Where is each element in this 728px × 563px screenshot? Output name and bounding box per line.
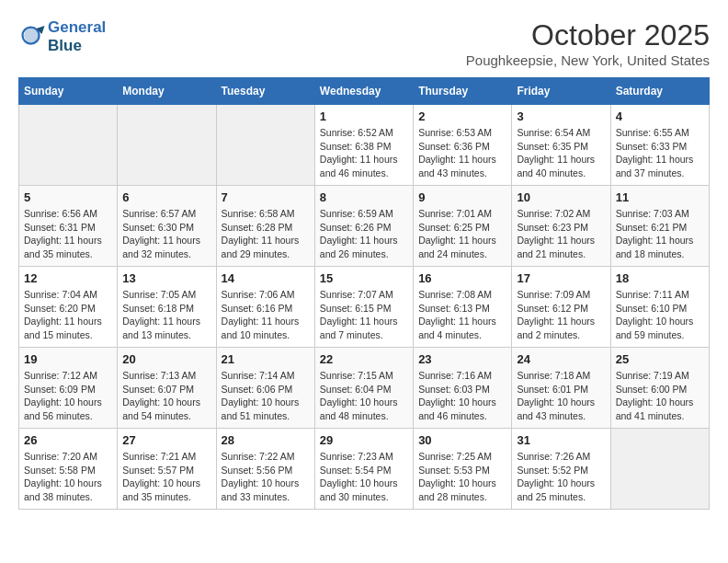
day-info: Sunrise: 7:22 AM Sunset: 5:56 PM Dayligh…: [222, 450, 310, 504]
day-number: 3: [517, 109, 605, 123]
day-info: Sunrise: 6:55 AM Sunset: 6:33 PM Dayligh…: [616, 126, 704, 180]
day-info: Sunrise: 6:59 AM Sunset: 6:26 PM Dayligh…: [320, 207, 408, 261]
logo-text: General Blue: [48, 18, 106, 56]
day-info: Sunrise: 7:26 AM Sunset: 5:52 PM Dayligh…: [517, 450, 605, 504]
day-cell: 18Sunrise: 7:11 AM Sunset: 6:10 PM Dayli…: [610, 267, 709, 348]
day-info: Sunrise: 6:57 AM Sunset: 6:30 PM Dayligh…: [122, 207, 210, 261]
day-number: 10: [517, 190, 605, 204]
day-info: Sunrise: 7:25 AM Sunset: 5:53 PM Dayligh…: [418, 450, 506, 504]
day-number: 5: [24, 190, 112, 204]
day-info: Sunrise: 7:20 AM Sunset: 5:58 PM Dayligh…: [24, 450, 112, 504]
day-cell: 23Sunrise: 7:16 AM Sunset: 6:03 PM Dayli…: [414, 348, 512, 429]
day-info: Sunrise: 7:06 AM Sunset: 6:16 PM Dayligh…: [222, 288, 310, 342]
day-number: 13: [122, 271, 210, 285]
day-cell: [610, 429, 709, 510]
week-row-2: 5Sunrise: 6:56 AM Sunset: 6:31 PM Daylig…: [19, 186, 710, 267]
title-section: October 2025 Poughkeepsie, New York, Uni…: [466, 18, 710, 68]
day-info: Sunrise: 7:12 AM Sunset: 6:09 PM Dayligh…: [24, 369, 112, 423]
day-number: 12: [24, 271, 112, 285]
day-info: Sunrise: 7:11 AM Sunset: 6:10 PM Dayligh…: [616, 288, 704, 342]
day-info: Sunrise: 7:07 AM Sunset: 6:15 PM Dayligh…: [320, 288, 408, 342]
day-number: 23: [418, 352, 506, 366]
day-cell: 29Sunrise: 7:23 AM Sunset: 5:54 PM Dayli…: [314, 429, 413, 510]
day-cell: 4Sunrise: 6:55 AM Sunset: 6:33 PM Daylig…: [610, 105, 709, 186]
day-number: 19: [24, 352, 112, 366]
day-info: Sunrise: 7:05 AM Sunset: 6:18 PM Dayligh…: [122, 288, 210, 342]
day-cell: 6Sunrise: 6:57 AM Sunset: 6:30 PM Daylig…: [118, 186, 216, 267]
day-info: Sunrise: 7:02 AM Sunset: 6:23 PM Dayligh…: [517, 207, 605, 261]
day-number: 17: [517, 271, 605, 285]
day-cell: 12Sunrise: 7:04 AM Sunset: 6:20 PM Dayli…: [19, 267, 118, 348]
header-cell-thursday: Thursday: [414, 78, 512, 105]
day-number: 18: [616, 271, 704, 285]
day-cell: 28Sunrise: 7:22 AM Sunset: 5:56 PM Dayli…: [216, 429, 314, 510]
day-number: 16: [418, 271, 506, 285]
day-info: Sunrise: 6:53 AM Sunset: 6:36 PM Dayligh…: [418, 126, 506, 180]
day-info: Sunrise: 7:23 AM Sunset: 5:54 PM Dayligh…: [320, 450, 408, 504]
day-info: Sunrise: 7:08 AM Sunset: 6:13 PM Dayligh…: [418, 288, 506, 342]
day-number: 22: [320, 352, 408, 366]
day-number: 26: [24, 433, 112, 447]
day-cell: 3Sunrise: 6:54 AM Sunset: 6:35 PM Daylig…: [512, 105, 610, 186]
day-cell: 24Sunrise: 7:18 AM Sunset: 6:01 PM Dayli…: [512, 348, 610, 429]
day-info: Sunrise: 7:03 AM Sunset: 6:21 PM Dayligh…: [616, 207, 704, 261]
day-number: 28: [222, 433, 310, 447]
day-cell: 16Sunrise: 7:08 AM Sunset: 6:13 PM Dayli…: [414, 267, 512, 348]
day-number: 4: [616, 109, 704, 123]
day-cell: 14Sunrise: 7:06 AM Sunset: 6:16 PM Dayli…: [216, 267, 314, 348]
day-info: Sunrise: 7:16 AM Sunset: 6:03 PM Dayligh…: [418, 369, 506, 423]
week-row-1: 1Sunrise: 6:52 AM Sunset: 6:38 PM Daylig…: [19, 105, 710, 186]
day-cell: 15Sunrise: 7:07 AM Sunset: 6:15 PM Dayli…: [314, 267, 413, 348]
day-number: 14: [222, 271, 310, 285]
day-number: 2: [418, 109, 506, 123]
day-cell: [19, 105, 118, 186]
day-info: Sunrise: 7:01 AM Sunset: 6:25 PM Dayligh…: [418, 207, 506, 261]
page-header: General Blue October 2025 Poughkeepsie, …: [18, 18, 710, 68]
day-number: 21: [222, 352, 310, 366]
day-cell: 22Sunrise: 7:15 AM Sunset: 6:04 PM Dayli…: [314, 348, 413, 429]
day-number: 25: [616, 352, 704, 366]
day-number: 15: [320, 271, 408, 285]
day-cell: 31Sunrise: 7:26 AM Sunset: 5:52 PM Dayli…: [512, 429, 610, 510]
header-cell-tuesday: Tuesday: [216, 78, 314, 105]
logo: General Blue: [18, 18, 106, 56]
day-cell: 10Sunrise: 7:02 AM Sunset: 6:23 PM Dayli…: [512, 186, 610, 267]
day-number: 8: [320, 190, 408, 204]
header-cell-wednesday: Wednesday: [314, 78, 413, 105]
day-info: Sunrise: 7:21 AM Sunset: 5:57 PM Dayligh…: [122, 450, 210, 504]
header-cell-sunday: Sunday: [19, 78, 118, 105]
day-info: Sunrise: 6:56 AM Sunset: 6:31 PM Dayligh…: [24, 207, 112, 261]
header-cell-monday: Monday: [118, 78, 216, 105]
day-info: Sunrise: 7:15 AM Sunset: 6:04 PM Dayligh…: [320, 369, 408, 423]
day-cell: 2Sunrise: 6:53 AM Sunset: 6:36 PM Daylig…: [414, 105, 512, 186]
day-cell: 9Sunrise: 7:01 AM Sunset: 6:25 PM Daylig…: [414, 186, 512, 267]
day-info: Sunrise: 7:14 AM Sunset: 6:06 PM Dayligh…: [222, 369, 310, 423]
day-cell: 1Sunrise: 6:52 AM Sunset: 6:38 PM Daylig…: [314, 105, 413, 186]
header-cell-friday: Friday: [512, 78, 610, 105]
day-cell: 11Sunrise: 7:03 AM Sunset: 6:21 PM Dayli…: [610, 186, 709, 267]
day-info: Sunrise: 7:18 AM Sunset: 6:01 PM Dayligh…: [517, 369, 605, 423]
day-cell: 7Sunrise: 6:58 AM Sunset: 6:28 PM Daylig…: [216, 186, 314, 267]
day-cell: 13Sunrise: 7:05 AM Sunset: 6:18 PM Dayli…: [118, 267, 216, 348]
day-number: 1: [320, 109, 408, 123]
day-number: 27: [122, 433, 210, 447]
calendar-table: SundayMondayTuesdayWednesdayThursdayFrid…: [18, 77, 710, 510]
week-row-4: 19Sunrise: 7:12 AM Sunset: 6:09 PM Dayli…: [19, 348, 710, 429]
day-cell: 17Sunrise: 7:09 AM Sunset: 6:12 PM Dayli…: [512, 267, 610, 348]
day-info: Sunrise: 6:54 AM Sunset: 6:35 PM Dayligh…: [517, 126, 605, 180]
day-cell: [216, 105, 314, 186]
day-cell: 21Sunrise: 7:14 AM Sunset: 6:06 PM Dayli…: [216, 348, 314, 429]
week-row-5: 26Sunrise: 7:20 AM Sunset: 5:58 PM Dayli…: [19, 429, 710, 510]
day-number: 11: [616, 190, 704, 204]
day-cell: 30Sunrise: 7:25 AM Sunset: 5:53 PM Dayli…: [414, 429, 512, 510]
day-info: Sunrise: 7:09 AM Sunset: 6:12 PM Dayligh…: [517, 288, 605, 342]
header-cell-saturday: Saturday: [610, 78, 709, 105]
day-number: 20: [122, 352, 210, 366]
month-title: October 2025: [466, 18, 710, 52]
day-cell: 26Sunrise: 7:20 AM Sunset: 5:58 PM Dayli…: [19, 429, 118, 510]
logo-icon: [18, 23, 46, 51]
day-number: 30: [418, 433, 506, 447]
day-info: Sunrise: 7:04 AM Sunset: 6:20 PM Dayligh…: [24, 288, 112, 342]
day-info: Sunrise: 7:19 AM Sunset: 6:00 PM Dayligh…: [616, 369, 704, 423]
day-cell: [118, 105, 216, 186]
